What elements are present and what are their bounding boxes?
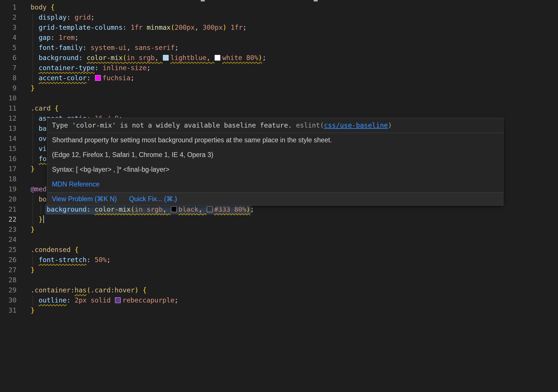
code-token xyxy=(167,206,171,213)
code-token xyxy=(31,195,39,203)
line-number: 18 xyxy=(0,174,16,184)
code-token xyxy=(98,64,103,72)
code-line[interactable]: .container:has(.card:hover) { xyxy=(31,285,558,295)
code-line[interactable]: .condensed { xyxy=(31,245,558,255)
code-token xyxy=(31,216,39,223)
indent-guide xyxy=(33,23,33,33)
color-swatch[interactable] xyxy=(207,206,213,212)
syntax-line: Syntax: [ <bg-layer> , ]* <final-bg-laye… xyxy=(52,165,499,173)
warning-squiggle-range: accent-color xyxy=(39,74,87,82)
line-number: 13 xyxy=(0,124,16,134)
code-line[interactable]: font-family: system-ui, sans-serif; xyxy=(31,43,558,53)
code-line[interactable]: container-type: inline-size; xyxy=(31,63,558,73)
code-token: system-ui xyxy=(91,44,127,51)
quick-fix-button[interactable]: Quick Fix... (⌘.) xyxy=(129,195,177,203)
code-line[interactable]: } xyxy=(31,305,558,316)
code-token: : xyxy=(83,44,87,51)
code-token xyxy=(139,286,143,294)
code-line[interactable] xyxy=(31,235,558,245)
code-token xyxy=(31,14,39,21)
color-swatch[interactable] xyxy=(215,55,220,61)
color-swatch[interactable] xyxy=(163,55,169,61)
code-line[interactable]: body { xyxy=(31,2,558,12)
diagnostic-source-suffix: ) xyxy=(388,122,392,129)
code-line[interactable]: display: grid; xyxy=(31,12,558,23)
code-token: minmax xyxy=(147,24,171,31)
code-token: : xyxy=(87,206,91,213)
diagnostic-rule-link[interactable]: css/use-baseline xyxy=(324,122,388,129)
warning-squiggle-range: font-stretch xyxy=(39,256,87,264)
browser-support: (Edge 12, Firefox 1, Safari 1, Chrome 1,… xyxy=(52,151,499,159)
code-line[interactable]: } xyxy=(31,265,558,275)
code-editor: 1234567891011121314151617181920212223242… xyxy=(0,0,558,392)
indent-guide xyxy=(33,204,33,214)
code-token: } xyxy=(39,216,43,223)
code-token: container-type xyxy=(39,64,95,72)
code-token: ov xyxy=(39,135,47,142)
line-number: 16 xyxy=(0,154,16,164)
code-token: : xyxy=(67,14,71,21)
code-token xyxy=(31,44,39,51)
line-number: 25 xyxy=(0,245,16,255)
code-token xyxy=(31,64,39,72)
mdn-reference-link[interactable]: MDN Reference xyxy=(52,180,100,188)
warning-squiggle-range: has xyxy=(75,286,87,294)
code-token: : xyxy=(51,34,55,41)
warning-squiggle-range: outline xyxy=(39,296,67,304)
view-problem-button[interactable]: View Problem (⌘K N) xyxy=(52,195,117,203)
code-token: ) xyxy=(223,24,227,31)
code-token: 2px solid xyxy=(75,296,111,304)
code-token xyxy=(46,3,51,11)
code-token: ; xyxy=(75,34,79,41)
code-token: sans-serif xyxy=(135,44,174,51)
line-number: 23 xyxy=(0,225,16,235)
code-line[interactable]: } xyxy=(31,225,558,235)
code-token: : xyxy=(67,296,71,304)
line-number: 5 xyxy=(0,43,16,53)
code-token: ; xyxy=(262,54,266,61)
code-token: } xyxy=(31,266,35,274)
line-number: 19 xyxy=(0,184,16,194)
code-line[interactable]: background: color-mix(in srgb, black, #3… xyxy=(31,204,558,214)
code-line[interactable]: } xyxy=(31,214,558,225)
indent-guide xyxy=(33,134,33,144)
code-line[interactable]: accent-color: fuchsia; xyxy=(31,73,558,83)
code-token: ; xyxy=(174,296,178,304)
code-token xyxy=(31,115,39,122)
code-token: fuchsia xyxy=(103,74,131,82)
color-swatch[interactable] xyxy=(95,75,101,81)
hover-highlight-range: background: color-mix(in srgb, black, #3… xyxy=(46,204,251,214)
text-cursor xyxy=(43,215,44,223)
code-token: , xyxy=(127,44,131,51)
code-token: 1fr xyxy=(231,24,243,31)
code-token: background xyxy=(39,54,79,61)
code-line[interactable]: font-stretch: 50%; xyxy=(31,255,558,265)
indent-guide xyxy=(33,154,33,164)
code-token xyxy=(31,34,39,41)
code-token: ; xyxy=(131,74,135,82)
code-line[interactable]: grid-template-columns: 1fr minmax(200px,… xyxy=(31,23,558,33)
code-line[interactable] xyxy=(31,93,558,103)
diagnostic-source-prefix: eslint( xyxy=(296,122,324,129)
code-token xyxy=(91,256,95,264)
clipped-glyph-fragment xyxy=(201,0,205,1)
code-token xyxy=(91,206,95,213)
line-number: 22 xyxy=(0,214,16,225)
line-number: 31 xyxy=(0,305,16,316)
code-line[interactable]: gap: 1rem; xyxy=(31,33,558,43)
indent-guide xyxy=(33,33,33,43)
code-line[interactable]: } xyxy=(31,83,558,93)
code-token: vi xyxy=(39,145,47,152)
code-line[interactable]: background: color-mix(in srgb, lightblue… xyxy=(31,53,558,63)
code-token xyxy=(31,145,39,152)
code-token: ( xyxy=(131,206,135,213)
code-token: : xyxy=(95,64,99,72)
code-token: color-mix xyxy=(95,206,131,213)
color-swatch[interactable] xyxy=(115,297,121,303)
code-line[interactable]: .card { xyxy=(31,103,558,113)
code-line[interactable]: outline: 2px solid rebeccapurple; xyxy=(31,295,558,305)
code-line[interactable] xyxy=(31,275,558,285)
code-token xyxy=(31,125,39,132)
color-swatch[interactable] xyxy=(171,206,177,212)
code-token xyxy=(211,54,215,61)
